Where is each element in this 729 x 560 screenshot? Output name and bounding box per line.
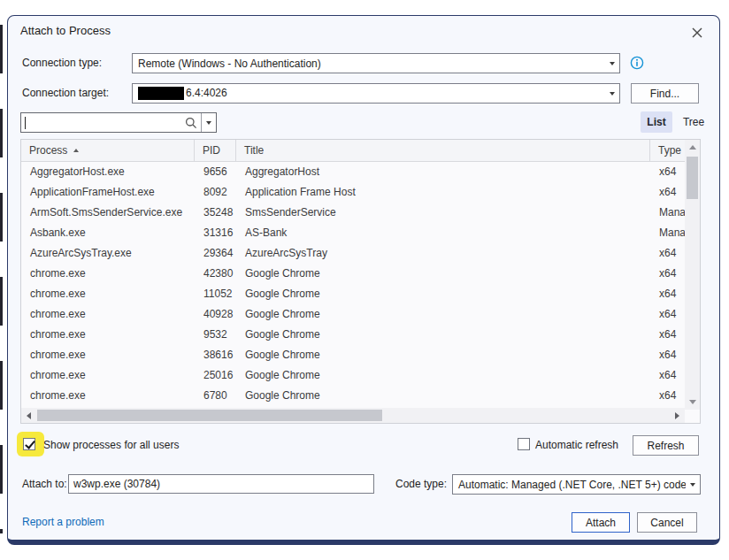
process-search-box	[20, 112, 217, 133]
attach-to-label: Attach to:	[22, 478, 67, 490]
column-header-pid[interactable]: PID	[195, 140, 236, 161]
cell-pid: 42380	[195, 264, 236, 284]
cell-type: Mana	[650, 203, 685, 223]
report-a-problem-link[interactable]: Report a problem	[22, 516, 104, 528]
horizontal-scrollbar-thumb[interactable]	[37, 410, 382, 421]
show-all-users-checkbox[interactable]	[23, 438, 35, 450]
view-tree-button[interactable]: Tree	[678, 111, 710, 133]
connection-type-value: Remote (Windows - No Authentication)	[133, 58, 605, 70]
close-button[interactable]	[684, 21, 710, 44]
cell-title: Google Chrome	[236, 264, 650, 284]
show-all-users-label: Show processes for all users	[43, 439, 179, 451]
table-row[interactable]: AggregatorHost.exe9656AggregatorHostx64	[21, 162, 685, 182]
column-header-process-label: Process	[29, 140, 67, 161]
background-window-edge	[0, 25, 3, 533]
column-header-type[interactable]: Type	[650, 140, 685, 161]
scroll-left-icon[interactable]	[21, 408, 36, 423]
cell-type: x64	[650, 264, 685, 284]
cell-process: ArmSoft.SmsSenderService.exe	[21, 203, 195, 223]
search-input[interactable]	[21, 113, 181, 132]
cell-pid: 38616	[195, 345, 236, 365]
cell-title: SmsSenderService	[236, 203, 650, 223]
cell-pid: 9656	[195, 162, 236, 182]
table-row[interactable]: AzureArcSysTray.exe29364AzureArcSysTrayx…	[21, 243, 685, 264]
cell-type: x64	[650, 325, 685, 345]
connection-type-combobox[interactable]: Remote (Windows - No Authentication)	[132, 53, 620, 73]
text-caret	[25, 117, 26, 129]
cell-pid: 31316	[195, 223, 236, 243]
cell-process: chrome.exe	[21, 386, 195, 406]
table-row[interactable]: chrome.exe9532Google Chromex64	[21, 325, 685, 345]
cell-type: x64	[650, 182, 685, 203]
cancel-button[interactable]: Cancel	[637, 512, 697, 533]
attach-button[interactable]: Attach	[572, 512, 630, 533]
column-header-process[interactable]: Process	[21, 140, 195, 161]
table-row[interactable]: chrome.exe38616Google Chromex64	[21, 345, 685, 365]
dialog-title: Attach to Process	[20, 24, 111, 37]
search-icon[interactable]	[181, 113, 201, 132]
chevron-down-icon[interactable]	[686, 475, 700, 494]
cell-pid: 25016	[195, 365, 236, 386]
table-row[interactable]: Asbank.exe31316AS-BankMana	[21, 223, 685, 243]
code-type-combobox[interactable]: Automatic: Managed (.NET Core, .NET 5+) …	[452, 474, 701, 495]
cell-pid: 11052	[195, 284, 236, 304]
chevron-down-icon[interactable]	[605, 84, 619, 103]
cell-process: AggregatorHost.exe	[21, 162, 195, 182]
cell-pid: 40928	[195, 304, 236, 325]
scroll-up-icon[interactable]	[685, 140, 700, 155]
cell-process: chrome.exe	[21, 304, 195, 325]
info-icon[interactable]	[630, 56, 644, 70]
scroll-right-icon[interactable]	[670, 408, 685, 423]
table-row[interactable]: ArmSoft.SmsSenderService.exe35248SmsSend…	[21, 203, 685, 223]
find-button[interactable]: Find...	[631, 83, 699, 104]
screen: Attach to Process Connection type: Remot…	[0, 0, 729, 560]
cell-title: Google Chrome	[236, 325, 650, 345]
cell-process: chrome.exe	[21, 325, 195, 345]
redacted-text	[138, 87, 184, 100]
connection-target-value: 6.4:4026	[133, 87, 605, 100]
cell-pid: 6780	[195, 386, 236, 406]
search-dropdown-icon[interactable]	[202, 113, 216, 132]
automatic-refresh-label: Automatic refresh	[535, 439, 618, 451]
table-row[interactable]: chrome.exe42380Google Chromex64	[21, 264, 685, 284]
automatic-refresh-checkbox[interactable]	[518, 438, 530, 450]
connection-target-combobox[interactable]: 6.4:4026	[132, 83, 620, 104]
view-list-button[interactable]: List	[641, 111, 672, 133]
column-header-type-label: Type	[658, 140, 681, 161]
table-row[interactable]: chrome.exe6780Google Chromex64	[21, 386, 685, 406]
table-row[interactable]: chrome.exe40928Google Chromex64	[21, 304, 685, 325]
cell-pid: 8092	[195, 182, 236, 203]
cell-pid: 9532	[195, 325, 236, 345]
cell-process: chrome.exe	[21, 345, 195, 365]
cell-process: ApplicationFrameHost.exe	[21, 182, 195, 203]
cell-title: Google Chrome	[236, 345, 650, 365]
table-row[interactable]: chrome.exe11052Google Chromex64	[21, 284, 685, 304]
table-row[interactable]: chrome.exe25016Google Chromex64	[21, 365, 685, 386]
cell-type: x64	[650, 345, 685, 365]
cell-title: AS-Bank	[236, 223, 650, 243]
cell-title: Google Chrome	[236, 284, 650, 304]
cell-process: chrome.exe	[21, 284, 195, 304]
attach-to-process-dialog: Attach to Process Connection type: Remot…	[7, 15, 720, 545]
search-input-area	[21, 113, 181, 132]
table-header: Process PID Title Type	[21, 140, 685, 162]
sort-ascending-icon	[73, 149, 79, 152]
cell-process: chrome.exe	[21, 365, 195, 386]
attach-to-field[interactable]	[68, 474, 374, 494]
vertical-scrollbar-thumb[interactable]	[687, 157, 698, 199]
table-row[interactable]: ApplicationFrameHost.exe8092Application …	[21, 182, 685, 203]
scroll-down-icon[interactable]	[685, 395, 700, 410]
cell-process: Asbank.exe	[21, 223, 195, 243]
connection-target-text: 6.4:4026	[186, 87, 227, 99]
connection-target-label: Connection target:	[22, 87, 109, 99]
code-type-value: Automatic: Managed (.NET Core, .NET 5+) …	[453, 479, 686, 491]
horizontal-scrollbar[interactable]	[21, 408, 685, 423]
connection-type-label: Connection type:	[22, 57, 102, 69]
cell-pid: 29364	[195, 243, 236, 264]
chevron-down-icon[interactable]	[605, 54, 619, 73]
column-header-title[interactable]: Title	[236, 140, 650, 161]
refresh-button[interactable]: Refresh	[633, 435, 699, 456]
code-type-label: Code type:	[395, 478, 447, 490]
process-table-body: AggregatorHost.exe9656AggregatorHostx64A…	[21, 162, 685, 408]
vertical-scrollbar[interactable]	[685, 140, 700, 410]
